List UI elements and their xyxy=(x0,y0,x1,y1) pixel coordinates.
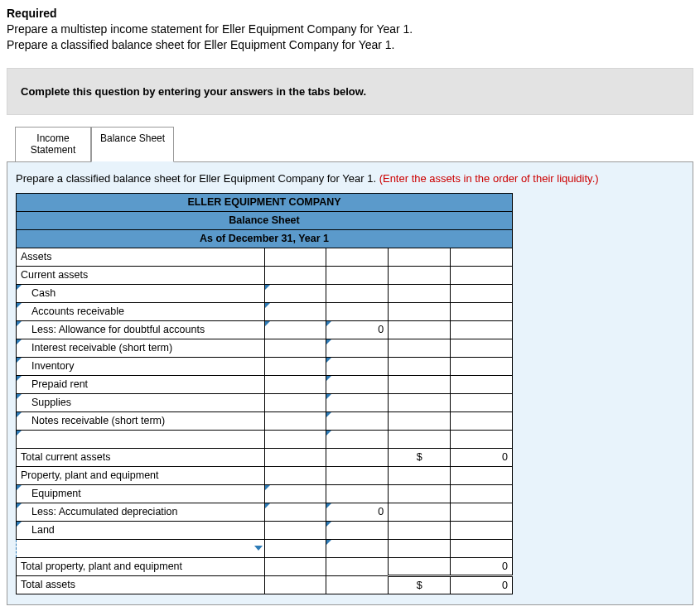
cell-input[interactable] xyxy=(326,466,389,484)
cell-input[interactable] xyxy=(326,248,389,266)
cell-input[interactable] xyxy=(389,266,451,284)
cell-input[interactable] xyxy=(389,357,451,375)
tab-income-statement[interactable]: Income Statement xyxy=(15,127,91,162)
cell-input[interactable] xyxy=(451,375,513,393)
cell-input[interactable] xyxy=(264,320,326,339)
cell-input[interactable] xyxy=(326,339,389,357)
cell-input[interactable] xyxy=(389,539,451,557)
cell-input[interactable] xyxy=(451,266,513,284)
cell-input[interactable] xyxy=(326,448,389,466)
cell-input[interactable] xyxy=(264,484,326,503)
row-land[interactable]: Land xyxy=(17,521,265,539)
cell-input[interactable] xyxy=(389,375,451,393)
cell-input[interactable] xyxy=(326,557,389,575)
cell-input[interactable] xyxy=(389,557,451,575)
tab-balance-label: Balance Sheet xyxy=(100,132,165,144)
cell-input[interactable] xyxy=(389,466,451,484)
cell-input[interactable] xyxy=(451,466,513,484)
cell-input[interactable] xyxy=(326,284,389,302)
cell-input[interactable] xyxy=(264,557,326,575)
cell-input[interactable] xyxy=(264,466,326,484)
cell-input[interactable] xyxy=(326,266,389,284)
cell-input[interactable] xyxy=(326,575,389,594)
cell-input[interactable] xyxy=(389,430,451,448)
cell-input[interactable] xyxy=(264,248,326,266)
tab-income-label: Income Statement xyxy=(24,132,82,156)
cell-input[interactable] xyxy=(264,302,326,320)
cell-input[interactable] xyxy=(389,248,451,266)
cell-input[interactable] xyxy=(389,484,451,503)
row-less-allowance[interactable]: Less: Allowance for doubtful accounts xyxy=(17,320,265,339)
tab-balance-sheet[interactable]: Balance Sheet xyxy=(91,127,174,162)
cell-input[interactable] xyxy=(451,539,513,557)
cell-input[interactable] xyxy=(451,411,513,430)
cell-input[interactable] xyxy=(451,284,513,302)
cell-input[interactable] xyxy=(264,284,326,302)
cell-input[interactable] xyxy=(389,503,451,521)
row-inventory[interactable]: Inventory xyxy=(17,357,265,375)
cell-input[interactable] xyxy=(451,484,513,503)
cell-value[interactable]: 0 xyxy=(326,320,389,339)
row-prepaid-rent[interactable]: Prepaid rent xyxy=(17,375,265,393)
balance-sheet-table: ELLER EQUIPMENT COMPANY Balance Sheet As… xyxy=(16,193,513,594)
row-less-depreciation[interactable]: Less: Accumulated depreciation xyxy=(17,503,265,521)
row-current-assets: Current assets xyxy=(17,266,265,284)
cell-input[interactable] xyxy=(264,357,326,375)
cell-input[interactable] xyxy=(451,302,513,320)
cell-input[interactable] xyxy=(264,575,326,594)
cell-input[interactable] xyxy=(389,284,451,302)
cell-input[interactable] xyxy=(326,411,389,430)
cell-input[interactable] xyxy=(326,430,389,448)
cell-input[interactable] xyxy=(326,357,389,375)
cell-input[interactable] xyxy=(264,411,326,430)
cell-input[interactable] xyxy=(389,521,451,539)
header-title: Balance Sheet xyxy=(17,211,513,229)
cell-input[interactable] xyxy=(326,375,389,393)
row-ppe: Property, plant and equipment xyxy=(17,466,265,484)
cell-input[interactable] xyxy=(264,430,326,448)
cell-input[interactable] xyxy=(451,430,513,448)
cell-symbol: $ xyxy=(389,448,451,466)
cell-input[interactable] xyxy=(326,484,389,503)
row-accounts-receivable[interactable]: Accounts receivable xyxy=(17,302,265,320)
cell-input[interactable] xyxy=(451,521,513,539)
cell-input[interactable] xyxy=(451,503,513,521)
cell-input[interactable] xyxy=(326,521,389,539)
cell-input[interactable] xyxy=(389,302,451,320)
cell-value[interactable]: 0 xyxy=(451,575,513,594)
cell-input[interactable] xyxy=(451,339,513,357)
row-dropdown-blank[interactable] xyxy=(17,539,265,557)
cell-input[interactable] xyxy=(389,320,451,339)
row-blank[interactable] xyxy=(17,430,265,448)
instruction-bar: Complete this question by entering your … xyxy=(7,68,693,115)
cell-input[interactable] xyxy=(326,539,389,557)
cell-input[interactable] xyxy=(264,266,326,284)
row-cash[interactable]: Cash xyxy=(17,284,265,302)
row-interest-receivable[interactable]: Interest receivable (short term) xyxy=(17,339,265,357)
cell-input[interactable] xyxy=(264,339,326,357)
cell-input[interactable] xyxy=(389,393,451,411)
cell-input[interactable] xyxy=(451,320,513,339)
row-equipment[interactable]: Equipment xyxy=(17,484,265,503)
cell-input[interactable] xyxy=(451,357,513,375)
cell-input[interactable] xyxy=(264,448,326,466)
cell-input[interactable] xyxy=(264,393,326,411)
cell-input[interactable] xyxy=(264,521,326,539)
cell-input[interactable] xyxy=(326,393,389,411)
chevron-down-icon xyxy=(254,546,263,551)
cell-symbol: $ xyxy=(389,575,451,594)
cell-input[interactable] xyxy=(451,248,513,266)
cell-value[interactable]: 0 xyxy=(451,557,513,575)
cell-value[interactable]: 0 xyxy=(451,448,513,466)
row-total-ppe: Total property, plant and equipment xyxy=(17,557,265,575)
cell-input[interactable] xyxy=(389,339,451,357)
cell-input[interactable] xyxy=(264,375,326,393)
cell-value[interactable]: 0 xyxy=(326,503,389,521)
cell-input[interactable] xyxy=(389,411,451,430)
cell-input[interactable] xyxy=(264,539,326,557)
cell-input[interactable] xyxy=(451,393,513,411)
row-notes-receivable[interactable]: Notes receivable (short term) xyxy=(17,411,265,430)
row-supplies[interactable]: Supplies xyxy=(17,393,265,411)
cell-input[interactable] xyxy=(264,503,326,521)
cell-input[interactable] xyxy=(326,302,389,320)
